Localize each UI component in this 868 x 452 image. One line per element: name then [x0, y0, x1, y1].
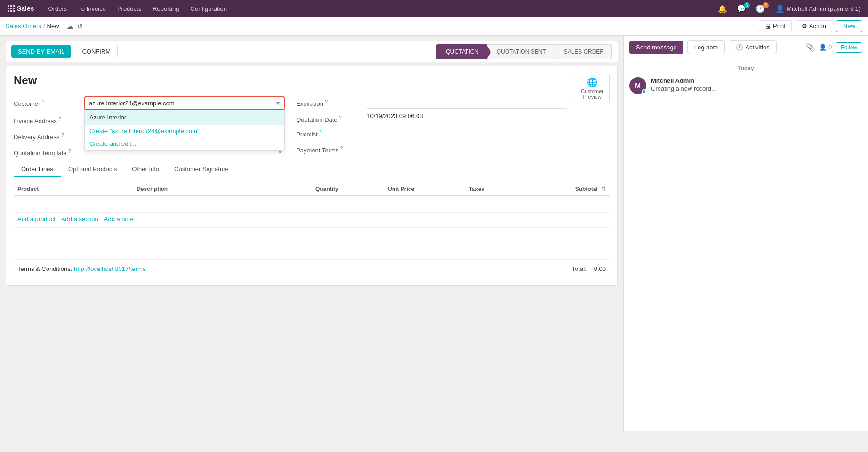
add-product-link[interactable]: Add a product — [17, 215, 56, 222]
tab-other-info[interactable]: Other Info — [124, 162, 167, 177]
send-message-button[interactable]: Send message — [629, 41, 683, 54]
gear-icon: ⚙ — [802, 23, 807, 30]
chatter-text: Creating a new record... — [651, 85, 862, 92]
col-unit-price: Unit Price — [384, 183, 465, 196]
status-bar: QUOTATION QUOTATION SENT SALES ORDER — [436, 44, 612, 59]
svg-rect-1 — [10, 5, 12, 7]
customer-input[interactable] — [85, 97, 272, 109]
bell-icon-btn[interactable]: 🔔 — [715, 4, 730, 13]
form-title: New — [14, 74, 610, 87]
today-label: Today — [629, 65, 862, 71]
total-label: Total: — [572, 265, 587, 272]
nav-to-invoice[interactable]: To Invoice — [73, 0, 111, 17]
customer-field: ▼ Azure Interior Create "azure.Interior2… — [84, 96, 285, 110]
clock-icon-btn[interactable]: 🕐 2 — [753, 4, 768, 13]
user-menu[interactable]: 👤 Mitchell Admin (payment 1) — [772, 4, 864, 13]
form-footer: Terms & Conditions: http://localhost:801… — [14, 259, 610, 278]
empty-area — [14, 227, 610, 255]
terms-label: Terms & Conditions: — [17, 265, 72, 272]
tab-customer-signature[interactable]: Customer Signature — [167, 162, 236, 177]
tab-optional-products[interactable]: Optional Products — [61, 162, 124, 177]
printer-icon: 🖨 — [765, 23, 771, 30]
svg-rect-6 — [8, 10, 9, 12]
cloud-icon[interactable]: ☁ — [67, 23, 73, 30]
chatter-msg-body: Mitchell Admin Creating a new record... — [651, 77, 862, 92]
status-step-quotation[interactable]: QUOTATION — [436, 44, 487, 59]
expiration-field — [367, 96, 567, 109]
expiration-label: Expiration ? — [296, 96, 367, 107]
refresh-icon[interactable]: ↺ — [77, 23, 83, 30]
pricelist-input[interactable] — [367, 127, 567, 139]
send-by-email-button[interactable]: SEND BY EMAIL — [11, 45, 71, 58]
svg-rect-4 — [10, 8, 12, 9]
col-taxes: Taxes — [465, 183, 520, 196]
follow-button[interactable]: Follow — [836, 42, 862, 53]
sort-icon[interactable]: ⇅ — [601, 186, 606, 192]
svg-rect-2 — [13, 5, 15, 7]
form-col-left: Customer ? ▼ Azure Interior Create — [14, 96, 285, 162]
clock-badge: 2 — [763, 2, 769, 8]
payment-terms-label: Payment Terms ? — [296, 143, 367, 154]
order-table: Product Description Quantity Unit Price … — [14, 183, 610, 213]
confirm-button[interactable]: CONFIRM — [75, 45, 118, 58]
customer-preview-button[interactable]: 🌐 CustomerPreview — [575, 74, 610, 103]
quotation-date-row: Quotation Date ? 10/19/2023 09:06:03 — [296, 112, 567, 123]
dropdown-item-azure[interactable]: Azure Interior — [85, 110, 284, 125]
new-button[interactable]: New — [836, 20, 862, 32]
payment-terms-input[interactable] — [367, 143, 567, 155]
chatter-message: M Mitchell Admin Creating a new record..… — [629, 77, 862, 94]
table-row-empty1 — [14, 196, 610, 213]
nav-reporting[interactable]: Reporting — [148, 0, 184, 17]
add-section-link[interactable]: Add a section — [61, 215, 98, 222]
svg-rect-0 — [8, 5, 9, 7]
right-panel-icons: 📎 👤 0 Follow — [806, 42, 862, 53]
payment-terms-field — [367, 143, 567, 155]
chatter-avatar: M — [629, 77, 646, 94]
follower-icon[interactable]: 👤 0 — [819, 44, 832, 51]
col-subtotal: Subtotal ⇅ — [520, 183, 610, 196]
svg-rect-8 — [13, 10, 15, 12]
terms-link[interactable]: http://localhost:8017/terms — [74, 265, 145, 272]
chat-badge: 5 — [744, 2, 750, 8]
action-bar: SEND BY EMAIL CONFIRM QUOTATION QUOTATIO… — [6, 41, 618, 62]
dropdown-create-link[interactable]: Create "azure.Interior24@example.com" — [85, 125, 284, 137]
globe-icon: 🌐 — [587, 77, 597, 87]
breadcrumb: Sales Orders / New — [6, 23, 59, 30]
nav-products[interactable]: Products — [113, 0, 146, 17]
breadcrumb-parent[interactable]: Sales Orders — [6, 23, 41, 30]
add-note-link[interactable]: Add a note — [104, 215, 134, 222]
tab-order-lines[interactable]: Order Lines — [14, 162, 61, 177]
add-links: Add a product Add a section Add a note — [14, 213, 610, 225]
attachment-icon[interactable]: 📎 — [806, 43, 815, 52]
status-step-sales-order[interactable]: SALES ORDER — [554, 44, 612, 59]
tabs-bar: Order Lines Optional Products Other Info… — [14, 162, 610, 177]
dropdown-create-edit-link[interactable]: Create and edit... — [85, 137, 284, 150]
action-button[interactable]: ⚙ Action — [796, 20, 832, 32]
chat-icon-btn[interactable]: 💬 5 — [734, 4, 749, 13]
pricelist-label: Pricelist ? — [296, 127, 367, 138]
top-nav-right: 🔔 💬 5 🕐 2 👤 Mitchell Admin (payment 1) — [715, 4, 864, 13]
sec-nav-right: 🖨 Print ⚙ Action New — [759, 20, 862, 32]
print-button[interactable]: 🖨 Print — [759, 20, 792, 32]
status-step-quotation-sent[interactable]: QUOTATION SENT — [487, 44, 554, 59]
quotation-date-value: 10/19/2023 09:06:03 — [367, 112, 423, 119]
log-note-button[interactable]: Log note — [687, 40, 725, 54]
pricelist-field — [367, 127, 567, 139]
right-panel-content: Today M Mitchell Admin Creating a new re… — [624, 59, 868, 431]
apps-menu[interactable]: Sales — [4, 5, 42, 12]
online-dot — [642, 89, 646, 94]
customer-dropdown-arrow[interactable]: ▼ — [272, 100, 284, 107]
col-description: Description — [133, 183, 312, 196]
top-nav: Sales Orders To Invoice Products Reporti… — [0, 0, 868, 17]
nav-configuration[interactable]: Configuration — [186, 0, 232, 17]
activities-button[interactable]: 🕐 Activities — [729, 40, 776, 54]
total-value: 0.00 — [594, 265, 606, 272]
quotation-template-label: Quotation Template ? — [14, 146, 84, 157]
chatter-author: Mitchell Admin — [651, 77, 862, 84]
right-panel: Send message Log note 🕐 Activities 📎 👤 0… — [623, 36, 868, 431]
expiration-input[interactable] — [367, 96, 567, 109]
expiration-row: Expiration ? — [296, 96, 567, 109]
svg-rect-5 — [13, 8, 15, 9]
terms-section: Terms & Conditions: http://localhost:801… — [17, 265, 145, 272]
nav-orders[interactable]: Orders — [44, 0, 72, 17]
